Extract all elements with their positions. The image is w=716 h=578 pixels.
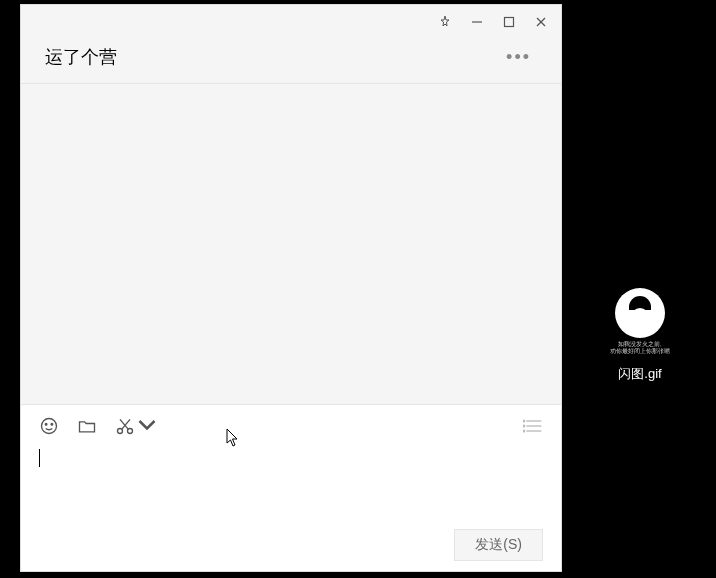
chat-history-icon[interactable] (523, 418, 543, 434)
svg-point-4 (42, 419, 57, 434)
maximize-button[interactable] (493, 8, 525, 36)
chat-header: 运了个营 ••• (21, 39, 561, 84)
file-icon[interactable] (77, 416, 97, 436)
emoji-icon[interactable] (39, 416, 59, 436)
svg-line-10 (120, 419, 128, 429)
file-name-label: 闪图.gif (618, 365, 661, 383)
send-button[interactable]: 发送(S) (454, 529, 543, 561)
chat-window: 运了个营 ••• 发送(S) (20, 4, 562, 572)
input-toolbar (21, 405, 561, 447)
svg-point-6 (51, 424, 53, 426)
window-titlebar (21, 5, 561, 39)
minimize-button[interactable] (461, 8, 493, 36)
svg-point-15 (523, 425, 525, 427)
svg-point-14 (523, 420, 525, 422)
input-section: 发送(S) (21, 404, 561, 571)
chevron-down-icon (137, 416, 157, 436)
desktop-file-item[interactable]: 如我没发火之前, 劝你最好闭上你那张嘴 闪图.gif (600, 288, 680, 383)
svg-point-5 (45, 424, 47, 426)
file-caption: 如我没发火之前, 劝你最好闭上你那张嘴 (610, 341, 670, 355)
more-options-button[interactable]: ••• (506, 47, 537, 68)
close-button[interactable] (525, 8, 557, 36)
message-input[interactable] (21, 447, 561, 527)
svg-line-9 (122, 419, 130, 429)
svg-point-16 (523, 430, 525, 432)
svg-rect-1 (505, 18, 514, 27)
file-thumbnail (615, 288, 665, 338)
text-cursor (39, 449, 40, 467)
contact-name: 运了个营 (45, 45, 117, 69)
message-list[interactable] (21, 84, 561, 404)
screenshot-icon[interactable] (115, 416, 157, 436)
pin-button[interactable] (429, 8, 461, 36)
send-bar: 发送(S) (21, 527, 561, 571)
